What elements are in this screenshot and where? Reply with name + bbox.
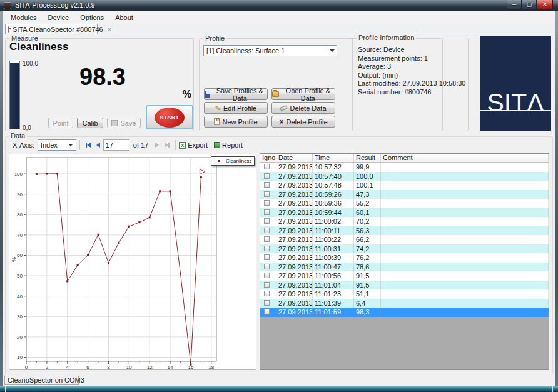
table-row[interactable]: 27.09.201311:01:2351,1 (260, 289, 549, 299)
cell-time: 11:00:02 (313, 217, 354, 226)
header-result[interactable]: Result (354, 154, 381, 162)
save-measurement-button[interactable]: Save (107, 118, 141, 128)
table-row[interactable]: 27.09.201310:57:40100,0 (260, 172, 549, 181)
svg-text:8: 8 (107, 364, 110, 369)
header-ignore[interactable]: Ignore (260, 154, 276, 162)
menu-options[interactable]: Options (74, 13, 109, 23)
pencil-icon: ✎ (215, 105, 221, 111)
ignore-checkbox[interactable] (264, 182, 270, 188)
legend-line-sample (214, 161, 224, 161)
table-row[interactable]: 27.09.201311:00:2266,2 (260, 235, 549, 244)
ignore-checkbox[interactable] (264, 246, 270, 251)
chart-plot: 024681012141618102030405060708090100% (9, 154, 256, 369)
minimize-button[interactable]: ─ (507, 0, 522, 10)
table-row[interactable]: 27.09.201310:59:4460,1 (260, 208, 549, 218)
table-row[interactable]: 27.09.201310:59:2647,3 (260, 190, 549, 199)
header-time[interactable]: Time (313, 154, 354, 162)
open-profile-data-button[interactable]: Open Profile & Data (271, 88, 335, 100)
ignore-checkbox[interactable] (264, 228, 270, 233)
report-button[interactable]: Report (214, 141, 243, 149)
svg-text:6: 6 (86, 364, 89, 369)
cell-date: 27.09.2013 (276, 289, 313, 299)
separator (79, 140, 80, 150)
ignore-checkbox[interactable] (264, 264, 270, 269)
open-profile-data-label: Open Profile & Data (282, 87, 335, 102)
xaxis-label: X-Axis: (13, 141, 34, 149)
save-profiles-data-button[interactable]: Save Profiles & Data (204, 88, 268, 100)
point-button[interactable]: Point (48, 118, 73, 128)
cell-comment (381, 289, 549, 299)
ignore-checkbox[interactable] (264, 173, 270, 179)
header-date[interactable]: Date (276, 154, 313, 162)
new-profile-button[interactable]: New Profile (204, 116, 268, 128)
profile-select[interactable]: [1] Cleanliness: Surface 1 (203, 45, 337, 56)
menu-device[interactable]: Device (43, 13, 75, 23)
cell-date: 27.09.2013 (276, 271, 313, 281)
close-button[interactable]: ✕ (537, 0, 553, 10)
logo-text: SITΛ (480, 88, 551, 118)
cell-result: 47,3 (354, 190, 381, 199)
calib-button[interactable]: Calib (77, 118, 103, 128)
data-toolbar: X-Axis: Index of 17 X Export Report (8, 138, 550, 152)
svg-text:90: 90 (17, 192, 23, 198)
ignore-checkbox[interactable] (264, 300, 270, 306)
first-record-button[interactable] (84, 141, 93, 150)
export-button[interactable]: X Export (179, 141, 208, 149)
table-row[interactable]: 27.09.201311:00:3976,2 (260, 253, 549, 263)
next-record-button[interactable] (153, 141, 161, 150)
cell-result: 6,4 (354, 299, 381, 308)
tab-close-icon[interactable]: × (108, 26, 111, 33)
info-output: Output: (min) (358, 71, 465, 80)
table-row[interactable]: 27.09.201311:00:4778,6 (260, 263, 549, 272)
gauge-fill (10, 63, 19, 129)
svg-text:60: 60 (17, 253, 23, 258)
ignore-checkbox[interactable] (264, 164, 270, 169)
window-border-right (555, 11, 558, 386)
table-body: 27.09.201310:57:3299,927.09.201310:57:40… (260, 163, 549, 317)
menu-modules[interactable]: Modules (5, 13, 43, 23)
table-row[interactable]: 27.09.201311:01:5998,3 (260, 308, 549, 317)
x-icon: × (279, 119, 283, 125)
tab-cleanospector[interactable]: SITA CleanoSpector #800746 × (5, 24, 98, 34)
sita-logo: SITΛ (480, 36, 551, 131)
measure-title: Cleanliness (9, 41, 69, 53)
cell-time: 10:57:40 (313, 172, 354, 181)
table-row[interactable]: 27.09.201310:57:48100,1 (260, 181, 549, 190)
info-source: Source: Device (358, 46, 465, 54)
start-button[interactable]: START (146, 105, 193, 129)
menu-about[interactable]: About (109, 13, 139, 23)
header-comment[interactable]: Comment (381, 154, 549, 162)
ignore-checkbox[interactable] (264, 273, 270, 278)
ignore-checkbox[interactable] (264, 282, 270, 288)
table-row[interactable]: 27.09.201311:00:0270,2 (260, 217, 549, 226)
ignore-checkbox[interactable] (264, 236, 270, 242)
table-row[interactable]: 27.09.201311:00:3174,2 (260, 244, 549, 254)
table-row[interactable]: 27.09.201311:00:1156,3 (260, 226, 549, 236)
app-icon (4, 2, 11, 9)
record-position-input[interactable] (103, 139, 129, 151)
delete-profile-button[interactable]: × Delete Profile (271, 116, 335, 128)
cell-date: 27.09.2013 (276, 190, 313, 199)
cell-comment (381, 235, 549, 244)
ignore-checkbox[interactable] (264, 200, 270, 206)
ignore-checkbox[interactable] (264, 218, 270, 224)
delete-data-button[interactable]: Delete Data (271, 102, 335, 114)
ignore-checkbox[interactable] (264, 291, 270, 296)
table-row[interactable]: 27.09.201311:01:396,4 (260, 299, 549, 308)
tab-label: SITA CleanoSpector #800746 (13, 26, 103, 33)
cell-result: 74,2 (354, 244, 381, 254)
ignore-checkbox[interactable] (264, 191, 270, 197)
ignore-checkbox[interactable] (264, 309, 270, 314)
maximize-button[interactable]: ▢ (522, 0, 537, 10)
xaxis-select[interactable]: Index (38, 139, 76, 151)
title-bar[interactable]: SITA-ProcessLog v2.1.0.9 ─ ▢ ✕ (0, 0, 558, 11)
ignore-checkbox[interactable] (264, 254, 270, 260)
last-record-button[interactable] (163, 141, 171, 150)
table-row[interactable]: 27.09.201311:00:5691,5 (260, 271, 549, 281)
table-row[interactable]: 27.09.201310:59:3655,2 (260, 199, 549, 208)
edit-profile-button[interactable]: ✎ Edit Profile (204, 102, 268, 114)
previous-record-button[interactable] (94, 141, 103, 150)
ignore-checkbox[interactable] (264, 209, 270, 215)
table-row[interactable]: 27.09.201310:57:3299,9 (260, 163, 549, 172)
table-row[interactable]: 27.09.201311:01:0491,5 (260, 281, 549, 290)
